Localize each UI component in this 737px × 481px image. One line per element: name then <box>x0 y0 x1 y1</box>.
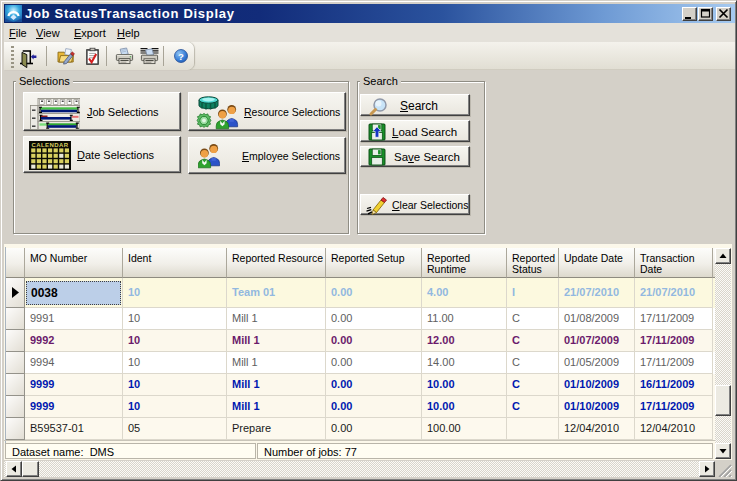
svg-text:?: ? <box>178 51 184 62</box>
svg-text:CALENDAR: CALENDAR <box>32 142 69 148</box>
